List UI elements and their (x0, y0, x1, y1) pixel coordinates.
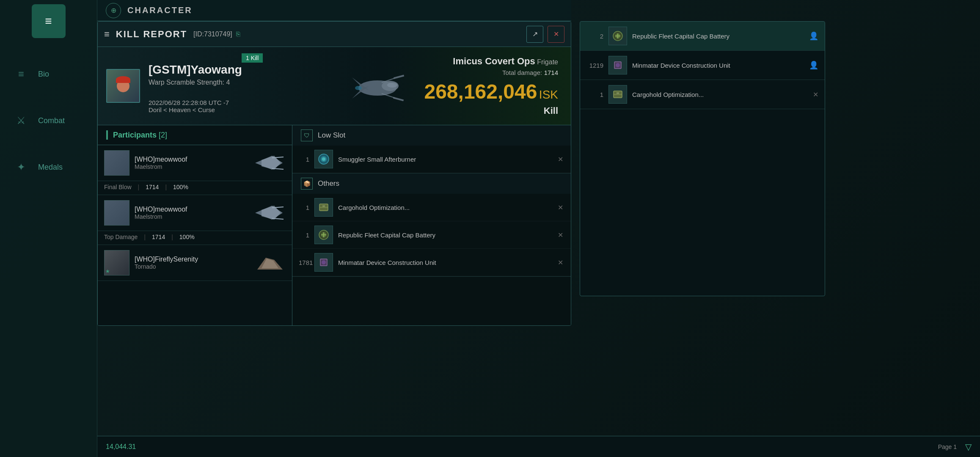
total-damage-label: Total damage: (502, 69, 542, 76)
others-icon: 📦 (301, 178, 313, 190)
participant-info-3: [WHO]FireflySerenity Tornado (135, 256, 247, 270)
kill-info-bar: 1 Kill [GSTM]Yaowang Warp Scramble Stren… (98, 47, 571, 125)
participants-title: Participants (113, 131, 157, 140)
fitting-remove-construction[interactable]: ✕ (556, 259, 564, 267)
participant-avatar-img-2 (105, 201, 129, 225)
kill-type: Kill (424, 105, 558, 116)
warp-scramble-info: Warp Scramble Strength: 4 (149, 79, 331, 86)
participant-info-1: [WHO]meowwoof Maelstrom (135, 156, 247, 170)
character-avatar (106, 69, 140, 103)
right-col-name-cargohold: Cargohold Optimization... (632, 91, 808, 98)
fitting-qty-construction: 1781 (299, 259, 309, 266)
page-info: Page 1 (938, 443, 957, 450)
fitting-item-construction-unit[interactable]: 1781 Minmatar Device Construction Unit ✕ (292, 249, 571, 276)
bio-icon: ≡ (8, 61, 34, 87)
bottom-bar: 14,044.31 Page 1 ▽ (97, 436, 980, 457)
kill-timestamp: 2022/06/28 22:28:08 UTC -7 (149, 99, 331, 106)
right-col-icon-cap-battery (608, 27, 627, 45)
sidebar: ≡ ≡ Bio ⚔ Combat ✦ Medals (0, 0, 97, 457)
copy-icon[interactable]: ⎘ (236, 30, 240, 38)
divider-1: | (138, 184, 140, 190)
sidebar-item-medals-label: Medals (38, 163, 63, 172)
sidebar-menu-button[interactable]: ≡ (32, 4, 66, 38)
participant-corp-2: Maelstrom (135, 213, 247, 220)
participant-corp-3: Tornado (135, 263, 247, 270)
right-col-item-construction[interactable]: 1219 Minmatar Device Construction Unit 👤 (580, 51, 825, 80)
fitting-remove-afterburner[interactable]: ✕ (556, 155, 564, 163)
right-col-qty-cap-battery: 2 (586, 33, 603, 40)
filter-icon[interactable]: ▽ (965, 442, 972, 452)
kill-report-title: KILL REPORT (116, 29, 187, 40)
sidebar-item-combat[interactable]: ⚔ Combat (0, 97, 97, 144)
divider-4: | (171, 234, 173, 240)
participant-info-2: [WHO]meowwoof Maelstrom (135, 206, 247, 220)
fitting-qty-afterburner: 1 (299, 156, 309, 163)
participant-avatar-1 (104, 150, 129, 176)
low-slot-section: 🛡 Low Slot 1 Smuggler Small Afterburner … (292, 125, 571, 173)
isk-label: ISK (539, 88, 558, 101)
percent-value-2: 100% (179, 234, 195, 240)
right-col-name-construction: Minmatar Device Construction Unit (632, 62, 804, 69)
external-link-button[interactable]: ↗ (526, 26, 543, 43)
fitting-icon-cap-battery (314, 226, 333, 244)
participants-panel: Participants [2] [WHO]meowwoof Maelstrom (98, 125, 292, 325)
low-slot-icon: 🛡 (301, 129, 313, 141)
participant-row[interactable]: [WHO]meowwoof Maelstrom (98, 145, 292, 181)
fitting-icon-afterburner (314, 150, 333, 168)
sidebar-item-bio[interactable]: ≡ Bio (0, 51, 97, 97)
window-menu-icon[interactable]: ≡ (104, 29, 110, 40)
fitting-remove-cap-battery[interactable]: ✕ (556, 231, 564, 239)
kill-report-window: ≡ KILL REPORT [ID:7310749] ⎘ ↗ ✕ 1 Kill … (97, 21, 571, 326)
fitting-item-cap-battery[interactable]: 1 Republic Fleet Capital Cap Battery ✕ (292, 221, 571, 249)
character-name: [GSTM]Yaowang (149, 63, 331, 77)
total-damage-value: 1714 (544, 69, 558, 76)
participant-stats-1: Final Blow | 1714 | 100% (98, 181, 292, 195)
right-col-item-cargohold[interactable]: 1 Cargohold Optimization... ✕ (580, 80, 825, 109)
isk-value: 268,162,046 (424, 80, 537, 103)
low-slot-title: Low Slot (318, 131, 345, 140)
right-col-remove-cargohold[interactable]: ✕ (813, 91, 818, 99)
ship-image (331, 54, 424, 118)
sidebar-item-medals[interactable]: ✦ Medals (0, 144, 97, 190)
fitting-remove-cargohold[interactable]: ✕ (556, 204, 564, 212)
participant-row-3[interactable]: ★ [WHO]FireflySerenity Tornado (98, 245, 292, 281)
participant-star-3: ★ (105, 268, 110, 274)
right-col-name-cap-battery: Republic Fleet Capital Cap Battery (632, 33, 804, 40)
divider-3: | (144, 234, 146, 240)
character-window-bar: ⊕ CHARACTER (97, 0, 571, 21)
bottom-value: 14,044.31 (106, 443, 136, 451)
svg-point-4 (355, 86, 362, 90)
sidebar-item-bio-label: Bio (38, 70, 49, 79)
window-header: ≡ KILL REPORT [ID:7310749] ⎘ ↗ ✕ (98, 22, 571, 47)
character-window-title: CHARACTER (127, 6, 193, 15)
kill-stats: Imicus Covert Ops Frigate Total damage: … (424, 56, 562, 116)
participant-row-2[interactable]: [WHO]meowwoof Maelstrom (98, 195, 292, 231)
character-window-icon: ⊕ (106, 3, 121, 18)
kill-char-info: 1 Kill [GSTM]Yaowang Warp Scramble Stren… (149, 59, 331, 113)
damage-value-1: 1714 (146, 184, 159, 190)
participant-corp-1: Maelstrom (135, 163, 247, 170)
participants-header: Participants [2] (98, 125, 292, 145)
fitting-name-cap-battery: Republic Fleet Capital Cap Battery (338, 231, 551, 239)
right-col-item-cap-battery[interactable]: 2 Republic Fleet Capital Cap Battery 👤 (580, 22, 825, 51)
close-button[interactable]: ✕ (548, 26, 564, 43)
ship-type-name: Imicus Covert Ops (453, 56, 535, 66)
right-col-icon-cargohold (608, 85, 627, 104)
fitting-item-afterburner[interactable]: 1 Smuggler Small Afterburner ✕ (292, 146, 571, 173)
fitting-item-cargohold[interactable]: 1 Cargohold Optimization... ✕ (292, 194, 571, 221)
fitting-name-cargohold: Cargohold Optimization... (338, 204, 551, 211)
fitting-qty-cargohold: 1 (299, 204, 309, 211)
svg-point-5 (387, 83, 397, 88)
fitting-icon-cargohold (314, 198, 333, 217)
participant-name-3: [WHO]FireflySerenity (135, 256, 247, 263)
others-title: Others (318, 179, 339, 188)
right-column-panel: 2 Republic Fleet Capital Cap Battery 👤 1… (580, 21, 825, 296)
participant-name-2: [WHO]meowwoof (135, 206, 247, 213)
hamburger-icon: ≡ (45, 14, 52, 28)
percent-value-1: 100% (173, 184, 188, 190)
kill-badge: 1 Kill (242, 53, 263, 63)
svg-rect-9 (393, 97, 404, 101)
avatar-placeholder (107, 70, 139, 102)
svg-rect-40 (617, 92, 619, 94)
others-section: 📦 Others 1 Cargohold Optimization... ✕ (292, 173, 571, 277)
